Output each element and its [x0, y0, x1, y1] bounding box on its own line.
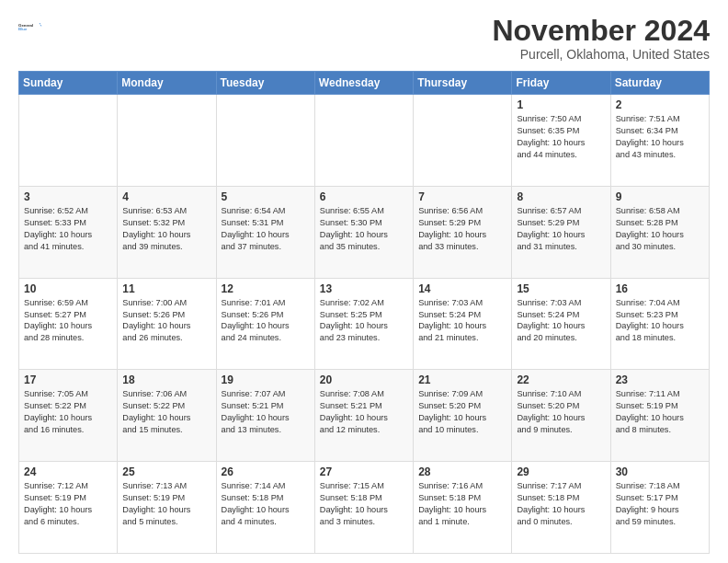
calendar-cell: 26Sunrise: 7:14 AM Sunset: 5:18 PM Dayli…	[216, 462, 314, 554]
month-title: November 2024	[492, 15, 710, 47]
page: GeneralBlue General Blue November 2024 P…	[0, 0, 728, 563]
day-number: 4	[122, 190, 210, 203]
calendar-cell: 7Sunrise: 6:56 AM Sunset: 5:29 PM Daylig…	[414, 186, 512, 278]
header: GeneralBlue General Blue November 2024 P…	[18, 15, 710, 62]
calendar-cell: 10Sunrise: 6:59 AM Sunset: 5:27 PM Dayli…	[19, 278, 118, 370]
day-info: Sunrise: 7:04 AM Sunset: 5:23 PM Dayligh…	[616, 297, 704, 345]
location: Purcell, Oklahoma, United States	[492, 47, 710, 62]
logo: GeneralBlue General Blue	[18, 15, 44, 40]
day-info: Sunrise: 7:06 AM Sunset: 5:22 PM Dayligh…	[122, 388, 210, 436]
calendar-cell: 3Sunrise: 6:52 AM Sunset: 5:33 PM Daylig…	[19, 186, 118, 278]
header-wednesday: Wednesday	[314, 72, 413, 95]
day-info: Sunrise: 6:59 AM Sunset: 5:27 PM Dayligh…	[24, 297, 112, 345]
calendar-cell: 18Sunrise: 7:06 AM Sunset: 5:22 PM Dayli…	[118, 370, 216, 462]
calendar-cell: 22Sunrise: 7:10 AM Sunset: 5:20 PM Dayli…	[512, 370, 610, 462]
day-info: Sunrise: 6:56 AM Sunset: 5:29 PM Dayligh…	[418, 205, 506, 253]
day-number: 8	[517, 190, 605, 203]
calendar-cell: 1Sunrise: 7:50 AM Sunset: 6:35 PM Daylig…	[512, 95, 610, 187]
day-info: Sunrise: 7:01 AM Sunset: 5:26 PM Dayligh…	[222, 297, 310, 345]
day-info: Sunrise: 6:58 AM Sunset: 5:28 PM Dayligh…	[616, 205, 704, 253]
day-number: 29	[517, 465, 605, 478]
day-info: Sunrise: 7:05 AM Sunset: 5:22 PM Dayligh…	[24, 388, 112, 436]
calendar-cell: 6Sunrise: 6:55 AM Sunset: 5:30 PM Daylig…	[314, 186, 413, 278]
calendar-cell: 8Sunrise: 6:57 AM Sunset: 5:29 PM Daylig…	[512, 186, 610, 278]
calendar-cell: 15Sunrise: 7:03 AM Sunset: 5:24 PM Dayli…	[512, 278, 610, 370]
day-number: 16	[616, 282, 704, 295]
calendar-cell: 21Sunrise: 7:09 AM Sunset: 5:20 PM Dayli…	[414, 370, 512, 462]
day-info: Sunrise: 7:03 AM Sunset: 5:24 PM Dayligh…	[418, 297, 506, 345]
day-info: Sunrise: 7:16 AM Sunset: 5:18 PM Dayligh…	[418, 480, 506, 528]
calendar-cell	[19, 95, 118, 187]
calendar-week-row: 10Sunrise: 6:59 AM Sunset: 5:27 PM Dayli…	[19, 278, 710, 370]
day-info: Sunrise: 7:15 AM Sunset: 5:18 PM Dayligh…	[320, 480, 408, 528]
day-info: Sunrise: 7:07 AM Sunset: 5:21 PM Dayligh…	[222, 388, 310, 436]
calendar-cell: 12Sunrise: 7:01 AM Sunset: 5:26 PM Dayli…	[216, 278, 314, 370]
day-info: Sunrise: 7:08 AM Sunset: 5:21 PM Dayligh…	[320, 388, 408, 436]
day-info: Sunrise: 7:50 AM Sunset: 6:35 PM Dayligh…	[517, 113, 605, 161]
day-info: Sunrise: 7:12 AM Sunset: 5:19 PM Dayligh…	[24, 480, 112, 528]
day-number: 12	[222, 282, 310, 295]
calendar-cell	[414, 95, 512, 187]
day-info: Sunrise: 6:52 AM Sunset: 5:33 PM Dayligh…	[24, 205, 112, 253]
day-info: Sunrise: 7:00 AM Sunset: 5:26 PM Dayligh…	[122, 297, 210, 345]
calendar-cell: 13Sunrise: 7:02 AM Sunset: 5:25 PM Dayli…	[314, 278, 413, 370]
day-number: 17	[24, 373, 112, 386]
day-number: 22	[517, 373, 605, 386]
day-info: Sunrise: 7:13 AM Sunset: 5:19 PM Dayligh…	[122, 480, 210, 528]
day-number: 3	[24, 190, 112, 203]
calendar-cell: 19Sunrise: 7:07 AM Sunset: 5:21 PM Dayli…	[216, 370, 314, 462]
day-number: 15	[517, 282, 605, 295]
calendar-cell	[314, 95, 413, 187]
logo-icon: GeneralBlue	[18, 15, 44, 40]
day-number: 1	[517, 98, 605, 111]
day-info: Sunrise: 7:10 AM Sunset: 5:20 PM Dayligh…	[517, 388, 605, 436]
calendar-cell: 29Sunrise: 7:17 AM Sunset: 5:18 PM Dayli…	[512, 462, 610, 554]
calendar-table: Sunday Monday Tuesday Wednesday Thursday…	[18, 71, 710, 554]
day-number: 9	[616, 190, 704, 203]
day-number: 27	[320, 465, 408, 478]
day-number: 21	[418, 373, 506, 386]
day-number: 5	[222, 190, 310, 203]
day-info: Sunrise: 7:51 AM Sunset: 6:34 PM Dayligh…	[616, 113, 704, 161]
header-thursday: Thursday	[414, 72, 512, 95]
day-number: 2	[616, 98, 704, 111]
calendar-week-row: 24Sunrise: 7:12 AM Sunset: 5:19 PM Dayli…	[19, 462, 710, 554]
day-number: 30	[616, 465, 704, 478]
day-info: Sunrise: 7:11 AM Sunset: 5:19 PM Dayligh…	[616, 388, 704, 436]
calendar-cell: 4Sunrise: 6:53 AM Sunset: 5:32 PM Daylig…	[118, 186, 216, 278]
calendar-cell: 5Sunrise: 6:54 AM Sunset: 5:31 PM Daylig…	[216, 186, 314, 278]
calendar-cell: 20Sunrise: 7:08 AM Sunset: 5:21 PM Dayli…	[314, 370, 413, 462]
svg-text:Blue: Blue	[18, 27, 28, 31]
calendar-week-row: 17Sunrise: 7:05 AM Sunset: 5:22 PM Dayli…	[19, 370, 710, 462]
title-block: November 2024 Purcell, Oklahoma, United …	[492, 15, 710, 62]
calendar-cell: 30Sunrise: 7:18 AM Sunset: 5:17 PM Dayli…	[610, 462, 709, 554]
calendar-cell: 28Sunrise: 7:16 AM Sunset: 5:18 PM Dayli…	[414, 462, 512, 554]
calendar-cell	[118, 95, 216, 187]
day-info: Sunrise: 6:55 AM Sunset: 5:30 PM Dayligh…	[320, 205, 408, 253]
day-number: 25	[122, 465, 210, 478]
calendar-cell: 23Sunrise: 7:11 AM Sunset: 5:19 PM Dayli…	[610, 370, 709, 462]
header-tuesday: Tuesday	[216, 72, 314, 95]
day-number: 19	[222, 373, 310, 386]
calendar-cell: 2Sunrise: 7:51 AM Sunset: 6:34 PM Daylig…	[610, 95, 709, 187]
day-info: Sunrise: 7:17 AM Sunset: 5:18 PM Dayligh…	[517, 480, 605, 528]
calendar-cell	[216, 95, 314, 187]
header-monday: Monday	[118, 72, 216, 95]
calendar-header-row: Sunday Monday Tuesday Wednesday Thursday…	[19, 72, 710, 95]
day-number: 23	[616, 373, 704, 386]
day-number: 28	[418, 465, 506, 478]
day-info: Sunrise: 7:14 AM Sunset: 5:18 PM Dayligh…	[222, 480, 310, 528]
day-number: 6	[320, 190, 408, 203]
day-number: 24	[24, 465, 112, 478]
header-friday: Friday	[512, 72, 610, 95]
day-number: 13	[320, 282, 408, 295]
calendar-week-row: 1Sunrise: 7:50 AM Sunset: 6:35 PM Daylig…	[19, 95, 710, 187]
day-info: Sunrise: 7:18 AM Sunset: 5:17 PM Dayligh…	[616, 480, 704, 528]
day-number: 7	[418, 190, 506, 203]
svg-marker-2	[39, 23, 41, 26]
day-info: Sunrise: 7:09 AM Sunset: 5:20 PM Dayligh…	[418, 388, 506, 436]
calendar-cell: 14Sunrise: 7:03 AM Sunset: 5:24 PM Dayli…	[414, 278, 512, 370]
day-number: 26	[222, 465, 310, 478]
calendar-cell: 16Sunrise: 7:04 AM Sunset: 5:23 PM Dayli…	[610, 278, 709, 370]
day-number: 18	[122, 373, 210, 386]
